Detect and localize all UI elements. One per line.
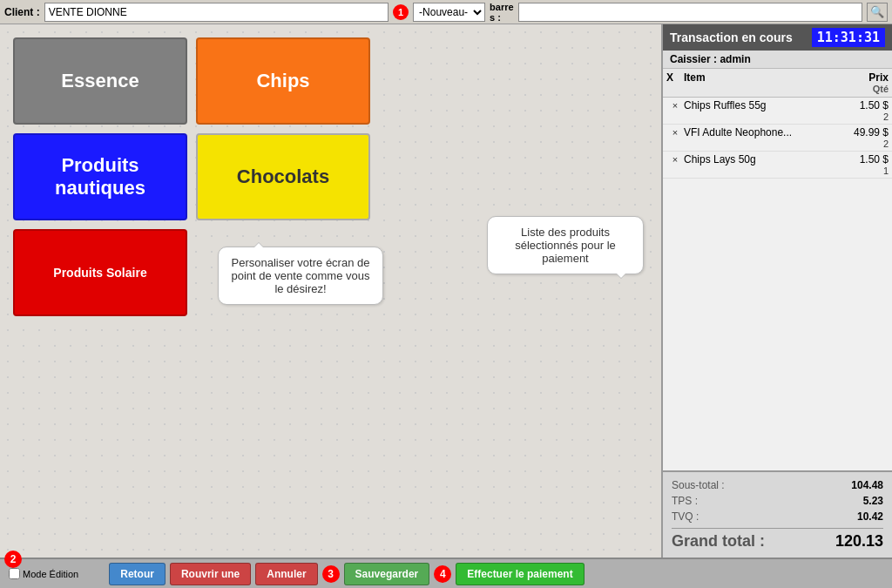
search-button[interactable]: 🔍	[867, 3, 888, 22]
pay-button[interactable]: Effectuer le paiement	[456, 563, 584, 585]
tvq-row: TVQ : 10.42	[672, 509, 883, 524]
transaction-title: Transaction en cours	[670, 30, 793, 44]
reopen-button[interactable]: Rouvrir une	[170, 563, 251, 585]
grand-total-row: Grand total : 120.13	[672, 528, 883, 552]
tooltip-products: Liste des produits sélectionnés pour le …	[487, 216, 644, 274]
top-bar: Client : 1 -Nouveau- barres : 🔍	[0, 0, 892, 24]
item-name-1: Chips Ruffles 55g	[684, 99, 828, 112]
transaction-time: 11:31:31	[812, 28, 885, 47]
product-btn-chocolats[interactable]: Chocolats	[196, 133, 370, 220]
tps-row: TPS : 5.23	[672, 493, 883, 509]
col-prix: Prix Qté	[828, 71, 889, 94]
product-btn-nautiques[interactable]: Produits nautiques	[13, 133, 187, 220]
badge-3: 3	[322, 565, 340, 583]
remove-item-1[interactable]: ×	[666, 100, 684, 111]
save-badge-group: 3 Sauvegarder	[322, 563, 430, 585]
col-item: Item	[684, 71, 828, 94]
sous-total-value: 104.48	[851, 479, 883, 491]
badge-4: 4	[434, 565, 451, 583]
badge-2: 2	[4, 551, 22, 568]
cashier-name: admin	[720, 53, 750, 65]
remove-item-2[interactable]: ×	[666, 127, 684, 138]
totals-section: Sous-total : 104.48 TPS : 5.23 TVQ : 10.…	[663, 470, 892, 558]
client-label: Client :	[4, 6, 40, 18]
item-name-2: VFI Adulte Neophone...	[684, 126, 828, 139]
main-layout: Essence Chips Produits nautiques Chocola…	[0, 24, 892, 558]
client-badge: 1	[393, 4, 409, 20]
table-row: × Chips Lays 50g 1.50 $ 1	[663, 152, 892, 179]
item-price-2: 49.99 $	[828, 126, 889, 139]
table-header: X Item Prix Qté	[663, 69, 892, 98]
tps-value: 5.23	[863, 495, 883, 507]
cashier-label: Caissier :	[670, 53, 717, 65]
col-x: X	[666, 71, 684, 94]
bottom-bar: 2 Mode Édition Retour Rouvrir une Annule…	[0, 558, 892, 588]
grand-total-label: Grand total :	[672, 532, 765, 551]
save-button[interactable]: Sauvegarder	[344, 563, 430, 585]
product-btn-chips[interactable]: Chips	[196, 37, 370, 125]
mode-edition-checkbox[interactable]	[9, 568, 20, 579]
client-input[interactable]	[44, 3, 389, 22]
tvq-value: 10.42	[857, 510, 883, 523]
sous-total-label: Sous-total :	[672, 479, 725, 491]
item-qty-2: 2	[828, 139, 889, 149]
item-name-3: Chips Lays 50g	[684, 153, 828, 166]
pay-badge-group: 4 Effectuer le paiement	[434, 563, 584, 585]
table-row: × VFI Adulte Neophone... 49.99 $ 2	[663, 125, 892, 152]
table-row: × Chips Ruffles 55g 1.50 $ 2	[663, 98, 892, 125]
transaction-panel: Transaction en cours 11:31:31 Caissier :…	[661, 24, 892, 558]
transaction-dropdown[interactable]: -Nouveau-	[413, 3, 485, 22]
product-btn-solaire[interactable]: Produits Solaire	[13, 229, 187, 316]
item-price-1: 1.50 $	[828, 99, 889, 112]
grand-total-value: 120.13	[835, 532, 883, 551]
mode-edition-label: Mode Édition	[23, 569, 78, 579]
pos-area: Essence Chips Produits nautiques Chocola…	[0, 24, 661, 558]
item-qty-1: 2	[828, 112, 889, 122]
sous-total-row: Sous-total : 104.48	[672, 477, 883, 493]
transaction-header: Transaction en cours 11:31:31	[663, 24, 892, 51]
cancel-button[interactable]: Annuler	[255, 563, 317, 585]
tooltip-customize: Personaliser votre écran de point de ven…	[218, 247, 383, 305]
tps-label: TPS :	[672, 495, 698, 507]
barcode-label: barres :	[490, 2, 514, 23]
cashier-row: Caissier : admin	[663, 51, 892, 69]
mode-edition: Mode Édition	[9, 568, 78, 579]
barcode-input[interactable]	[518, 3, 862, 22]
item-qty-3: 1	[828, 166, 889, 176]
back-button[interactable]: Retour	[109, 563, 166, 585]
tvq-label: TVQ :	[672, 510, 699, 523]
transaction-table: X Item Prix Qté × Chips Ruffles 55g 1.50…	[663, 69, 892, 470]
item-price-3: 1.50 $	[828, 153, 889, 166]
product-btn-essence[interactable]: Essence	[13, 37, 187, 125]
remove-item-3[interactable]: ×	[666, 154, 684, 165]
